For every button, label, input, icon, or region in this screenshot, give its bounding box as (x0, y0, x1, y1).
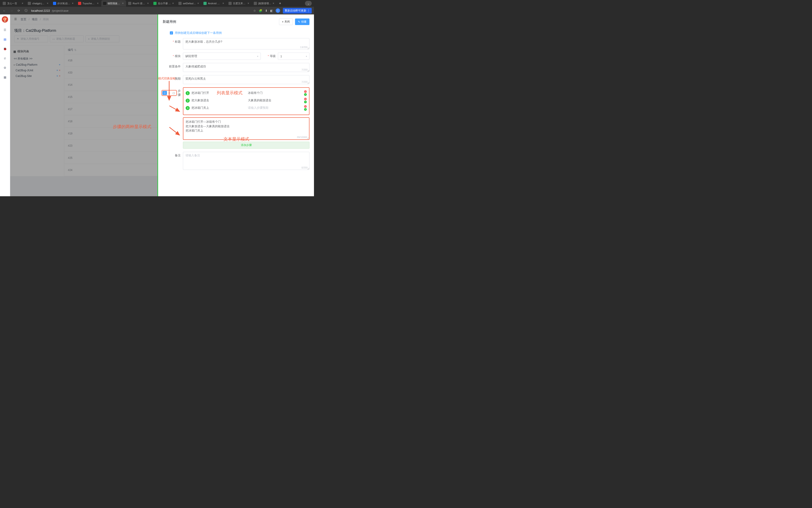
resize-handle[interactable] (307, 137, 309, 139)
cases-icon[interactable]: ▤ (3, 37, 7, 42)
title-input[interactable]: 把大象放冰箱，总共分几步? (183, 38, 309, 49)
close-icon[interactable]: × (197, 2, 200, 5)
step-action-input[interactable]: 把冰箱门关上 (191, 105, 246, 111)
module-icon[interactable]: ⎚ (3, 56, 7, 60)
browser-tab[interactable]: setDefaultLoc× (177, 0, 202, 6)
step-action-input[interactable]: 把大象放进去 (191, 97, 246, 103)
label-level: 等级 (263, 52, 275, 60)
add-step-button[interactable]: 添加步骤 (183, 142, 309, 149)
resize-handle[interactable] (307, 70, 309, 72)
resize-handle[interactable] (307, 82, 309, 84)
step-delete-icon[interactable]: − (304, 90, 307, 93)
browser-tabbar: 文心一言× chatgpt-java-× (8 封私信 / 2 条× Tuyuc… (0, 0, 314, 7)
step-number: 3 (186, 106, 190, 110)
continue-label: 用例创建完成后继续创建下一条用例 (175, 31, 222, 35)
reload-icon[interactable]: ⟳ (17, 9, 21, 12)
close-icon[interactable]: × (172, 2, 175, 5)
step-expect-input[interactable]: 冰箱有个门 (248, 90, 302, 96)
browser-tab[interactable]: [权限管理系统× (252, 0, 277, 6)
drawer-title: 新建用例 (163, 19, 176, 24)
char-counter: 0/255 (301, 166, 308, 169)
forward-icon[interactable]: → (9, 9, 13, 12)
third-mode-icon[interactable]: ▢ (171, 91, 176, 95)
step-add-icon[interactable]: + (304, 93, 307, 96)
precondition-input[interactable]: 大象得减肥成功 (183, 63, 309, 72)
module-select[interactable]: 缺陷管理▾ (183, 52, 261, 60)
profile-avatar[interactable]: C (275, 8, 280, 13)
browser-tab[interactable]: RuoYi 若依官方× (126, 0, 151, 6)
download-icon[interactable]: ⬇ (265, 9, 267, 12)
continue-checkbox[interactable]: ✓ (170, 31, 173, 35)
browser-tab-active[interactable]: 猫陪我改BUG× (101, 0, 126, 6)
new-tab-button[interactable]: + (277, 0, 283, 6)
close-icon[interactable]: × (147, 2, 149, 5)
step-expect-input[interactable]: 大象真的能放进去 (248, 97, 302, 103)
url-input[interactable]: localhost:2222/project/case (31, 9, 250, 12)
step-delete-icon[interactable]: − (304, 105, 307, 108)
browser-tab[interactable]: 文心一言× (1, 0, 26, 6)
label-module: 模块 (163, 52, 181, 58)
step-number: 1 (186, 91, 190, 95)
label-title: 标题 (163, 38, 181, 44)
close-icon[interactable]: × (222, 2, 225, 5)
close-icon: × (282, 20, 284, 24)
step-action-input[interactable]: 把冰箱门打开 (191, 90, 246, 96)
label-remark: 备注 (163, 152, 181, 158)
list-icon[interactable]: ☰ (3, 28, 7, 32)
text-mode-icon[interactable]: ≡ (167, 91, 171, 95)
step-row: 1把冰箱门打开冰箱有个门−+ (186, 90, 307, 96)
star-icon[interactable]: ☆ (253, 9, 256, 12)
check-icon: ✎ (298, 20, 300, 24)
browser-tab[interactable]: chatgpt-java-× (26, 0, 51, 6)
close-icon[interactable]: × (273, 2, 275, 5)
step-row: 2把大象放进去大象真的能放进去−+ (186, 97, 307, 103)
report-icon[interactable]: ▦ (3, 75, 7, 79)
drawer-new-case: 新建用例 ×关闭 ✎创建 ✓ 用例创建完成后继续创建下一条用例 标题 把大象放冰… (158, 14, 314, 196)
label-expect: 预期 (163, 75, 181, 81)
browser-tab[interactable]: Tuyucheng (tu× (76, 0, 101, 6)
close-icon[interactable]: × (47, 2, 49, 5)
step-number: 2 (186, 98, 190, 102)
info-icon[interactable]: ⓘ (24, 9, 28, 13)
close-icon[interactable]: × (122, 2, 124, 5)
remark-input[interactable]: 请输入备注 (183, 152, 309, 170)
browser-tab[interactable]: (8 封私信 / 2 条× (51, 0, 76, 6)
close-button[interactable]: ×关闭 (279, 18, 293, 25)
create-button[interactable]: ✎创建 (295, 18, 309, 25)
left-rail: 🍄 ☰ ▤ 🐞 ⎚ ⚙ ▦ (0, 14, 10, 196)
browser-tab[interactable]: 百度文库搜索× (227, 0, 252, 6)
level-select[interactable]: 1▾ (278, 52, 309, 60)
gear-icon[interactable]: ⚙ (3, 66, 7, 70)
resize-handle[interactable] (307, 168, 309, 170)
char-counter: 7/255 (301, 81, 308, 83)
list-mode-icon[interactable]: ☷ (162, 91, 167, 95)
step-add-icon[interactable]: + (304, 100, 307, 103)
browser-tab[interactable]: Android 国际化× (202, 0, 226, 6)
chevron-down-icon[interactable]: ⌄ (305, 1, 312, 6)
label-steps: ☷ ≡ ▢ 步骤 (163, 87, 181, 97)
mode-toggle[interactable]: ☷ ≡ ▢ (162, 90, 177, 96)
close-icon[interactable]: × (248, 2, 250, 5)
steps-list-mode: 1把冰箱门打开冰箱有个门−+2把大象放进去大象真的能放进去−+3把冰箱门关上请输… (183, 87, 309, 115)
close-icon[interactable]: × (22, 2, 24, 5)
label-precondition: 前置条件 (163, 63, 181, 69)
resize-handle[interactable] (307, 47, 309, 49)
extensions-icon[interactable]: 🧩 (259, 9, 262, 12)
back-icon[interactable]: ← (2, 9, 6, 12)
sidepanel-icon[interactable]: ◧ (270, 9, 273, 12)
browser-tab[interactable]: 后台手册 | Ruo× (152, 0, 176, 6)
expect-input[interactable]: 笑死白云和黑土 (183, 75, 309, 84)
close-icon[interactable]: × (97, 2, 99, 5)
char-counter: 7/255 (301, 68, 308, 71)
step-row: 3把冰箱门关上请输入步骤预期−+ (186, 105, 307, 111)
close-icon[interactable]: × (72, 2, 74, 5)
step-add-icon[interactable]: + (304, 108, 307, 111)
update-button[interactable]: 重新启动即可更新 ⋮ (283, 8, 312, 13)
address-bar: ← → ⟳ ⓘ localhost:2222/project/case ☆ 🧩 … (0, 7, 314, 14)
app-logo[interactable]: 🍄 (2, 16, 8, 23)
step-delete-icon[interactable]: − (304, 98, 307, 100)
chevron-down-icon: ▾ (306, 55, 307, 57)
step-expect-input[interactable]: 请输入步骤预期 (248, 105, 302, 111)
bug-icon[interactable]: 🐞 (3, 46, 7, 51)
steps-text-mode[interactable]: 把冰箱门打开---冰箱有个门 把大象放进去---大象真的能放进去 把冰箱门关上 … (183, 117, 309, 140)
